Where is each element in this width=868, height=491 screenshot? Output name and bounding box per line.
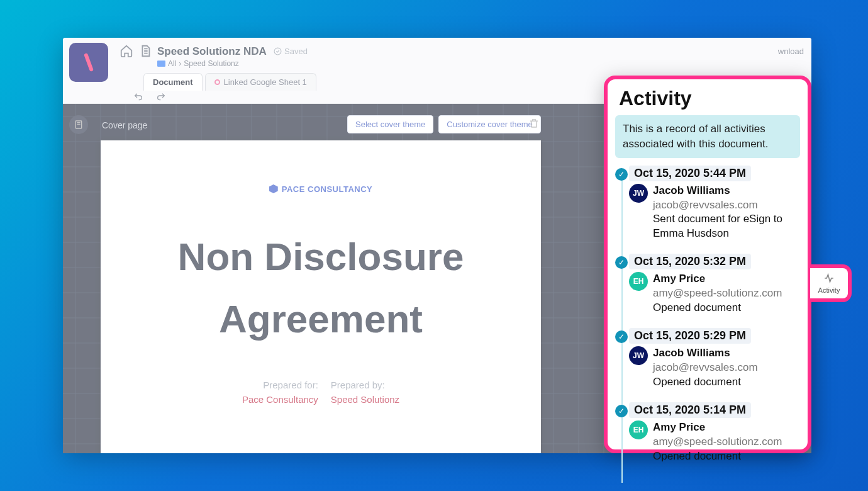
avatar: EH (629, 420, 648, 439)
activity-title: Activity (608, 79, 808, 115)
check-icon: ✓ (615, 168, 628, 181)
check-icon: ✓ (615, 405, 628, 417)
activity-item[interactable]: ✓Oct 15, 2020 5:29 PMJWJacob Williamsjac… (629, 328, 799, 390)
activity-description: This is a record of all activities assoc… (615, 115, 800, 158)
activity-action: Opened document (653, 301, 782, 315)
activity-user-name: Amy Price (653, 420, 782, 435)
activity-panel: Activity This is a record of all activit… (604, 76, 811, 453)
activity-timestamp: Oct 15, 2020 5:29 PM (629, 328, 751, 344)
activity-action: Opened document (653, 375, 758, 390)
activity-user-email: amy@speed-solutionz.com (653, 435, 782, 449)
activity-user-name: Jacob Williams (653, 346, 758, 361)
check-icon: ✓ (615, 330, 628, 343)
activity-list: ✓Oct 15, 2020 5:44 PMJWJacob Williamsjac… (608, 166, 808, 483)
activity-action: Opened document (653, 449, 782, 464)
avatar: JW (629, 184, 648, 203)
activity-timestamp: Oct 15, 2020 5:14 PM (629, 402, 751, 418)
activity-icon (822, 273, 836, 284)
activity-action: Sent document for eSign to Emma Husdson (653, 212, 799, 241)
activity-item[interactable]: ✓Oct 15, 2020 5:44 PMJWJacob Williamsjac… (629, 166, 799, 242)
activity-user-email: jacob@revvsales.com (653, 198, 799, 213)
activity-item[interactable]: ✓Oct 15, 2020 5:14 PMEHAmy Priceamy@spee… (629, 402, 799, 464)
activity-timestamp: Oct 15, 2020 5:32 PM (629, 254, 751, 269)
check-icon: ✓ (615, 256, 628, 269)
avatar: JW (629, 346, 648, 365)
activity-timestamp: Oct 15, 2020 5:44 PM (629, 166, 751, 181)
avatar: EH (629, 272, 648, 291)
activity-user-email: amy@speed-solutionz.com (653, 286, 782, 301)
activity-user-name: Jacob Williams (653, 184, 799, 198)
activity-user-name: Amy Price (653, 272, 782, 286)
rail-activity[interactable]: Activity (810, 264, 852, 302)
activity-item[interactable]: ✓Oct 15, 2020 5:32 PMEHAmy Priceamy@spee… (629, 254, 799, 315)
activity-user-email: jacob@revvsales.com (653, 361, 758, 375)
